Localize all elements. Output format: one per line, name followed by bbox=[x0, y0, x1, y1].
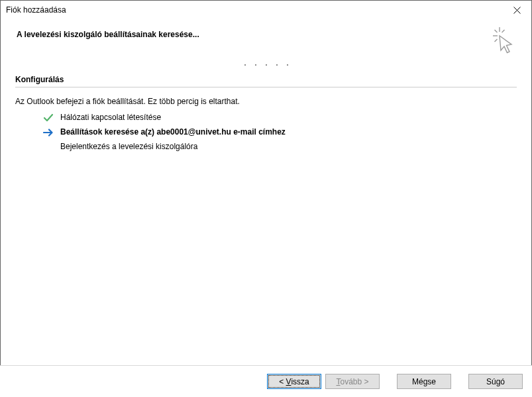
info-text: Az Outlook befejezi a fiók beállítását. … bbox=[15, 97, 517, 106]
close-icon bbox=[513, 7, 521, 14]
spacer bbox=[455, 374, 464, 389]
footer-buttons: < Vissza Tovább > Mégse Súgó bbox=[0, 365, 532, 397]
step-text-2: Beállítások keresése a(z) abe0001@univet… bbox=[60, 127, 286, 137]
svg-line-3 bbox=[502, 30, 505, 32]
step-text-3: Bejelentkezés a levelezési kiszolgálóra bbox=[60, 142, 197, 151]
arrow-right-icon bbox=[43, 127, 54, 138]
cancel-button[interactable]: Mégse bbox=[397, 374, 451, 389]
close-button[interactable] bbox=[502, 1, 531, 19]
page-title: A levelezési kiszolgáló beállításainak k… bbox=[17, 26, 199, 39]
steps-list: Hálózati kapcsolat létesítése Beállításo… bbox=[15, 113, 517, 152]
cursor-icon bbox=[492, 26, 515, 56]
svg-line-4 bbox=[495, 39, 498, 42]
window-title: Fiók hozzáadása bbox=[6, 5, 66, 15]
header-area: A levelezési kiszolgáló beállításainak k… bbox=[1, 19, 531, 63]
section-title: Konfigurálás bbox=[15, 75, 517, 87]
dots-separator bbox=[1, 63, 531, 70]
step-row-1: Hálózati kapcsolat létesítése bbox=[43, 113, 517, 123]
checkmark-icon bbox=[43, 113, 54, 123]
next-button: Tovább > bbox=[325, 374, 380, 389]
step-row-2: Beállítások keresése a(z) abe0001@univet… bbox=[43, 127, 517, 138]
step-row-3: Bejelentkezés a levelezési kiszolgálóra bbox=[43, 142, 517, 152]
back-button[interactable]: < Vissza bbox=[267, 374, 321, 389]
titlebar: Fiók hozzáadása bbox=[1, 1, 531, 19]
content-area: Konfigurálás Az Outlook befejezi a fiók … bbox=[1, 70, 531, 152]
help-button[interactable]: Súgó bbox=[468, 374, 523, 389]
spacer bbox=[384, 374, 393, 389]
empty-icon bbox=[43, 142, 54, 152]
section-divider bbox=[15, 87, 517, 87]
step-text-1: Hálózati kapcsolat létesítése bbox=[60, 113, 161, 122]
svg-line-2 bbox=[495, 30, 498, 32]
